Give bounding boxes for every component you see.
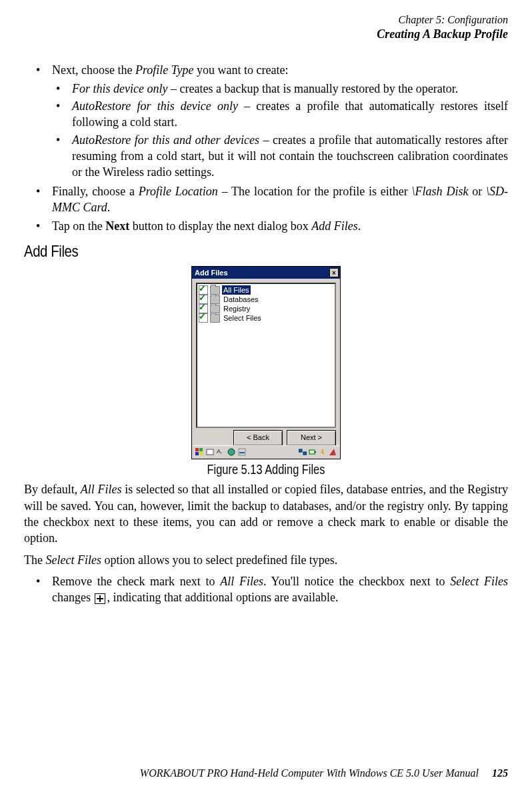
svg-rect-9 (303, 452, 307, 455)
svg-rect-7 (239, 452, 245, 453)
keyboard-icon[interactable]: A. (217, 448, 225, 456)
manual-title: WORKABOUT PRO Hand-Held Computer With Wi… (140, 767, 479, 779)
plus-icon (95, 593, 105, 604)
sub-for-this-device: For this device only – creates a backup … (52, 81, 508, 97)
svg-marker-13 (329, 449, 336, 455)
globe-icon[interactable] (227, 448, 235, 456)
bullet-profile-type: Next, choose the Profile Type you want t… (24, 62, 508, 181)
sub-autorestore-other: AutoRestore for this and other devices –… (52, 132, 508, 181)
bullet-remove-checkmark: Remove the check mark next to All Files.… (24, 573, 508, 606)
back-button[interactable]: < Back (233, 430, 283, 446)
dialog-titlebar: Add Files × (192, 267, 340, 279)
page-header: Chapter 5: Configuration Creating A Back… (24, 13, 508, 42)
figure-caption: Figure 5.13 Adding Files (67, 462, 464, 477)
paragraph-default-allfiles: By default, All Files is selected so tha… (24, 481, 508, 546)
file-type-list[interactable]: All Files Databases Registry Select File… (196, 283, 336, 428)
page-footer: WORKABOUT PRO Hand-Held Computer With Wi… (24, 767, 508, 779)
svg-rect-4 (207, 449, 213, 455)
checkbox-icon[interactable] (199, 313, 208, 323)
start-icon[interactable] (195, 448, 203, 456)
instruction-list: Next, choose the Profile Type you want t… (24, 62, 508, 235)
taskbar: A. (193, 445, 339, 458)
desktop-icon[interactable] (329, 448, 337, 456)
svg-rect-8 (299, 449, 302, 452)
explorer-icon[interactable] (206, 448, 214, 456)
svg-rect-3 (199, 452, 203, 455)
power-icon[interactable] (319, 448, 327, 456)
paragraph-select-files: The Select Files option allows you to se… (24, 552, 508, 568)
dialog-title: Add Files (195, 267, 228, 279)
svg-point-5 (228, 449, 235, 455)
close-button[interactable]: × (329, 268, 339, 277)
app-icon[interactable] (238, 448, 246, 456)
section-line: Creating A Backup Profile (24, 27, 508, 42)
svg-rect-0 (195, 448, 199, 451)
bullet-profile-location: Finally, choose a Profile Location – The… (24, 183, 508, 216)
folder-icon (210, 314, 220, 323)
svg-rect-10 (309, 450, 315, 454)
list-item-select-files[interactable]: Select Files (199, 313, 333, 323)
svg-rect-11 (315, 451, 316, 453)
sub-autorestore-this: AutoRestore for this device only – creat… (52, 98, 508, 131)
instruction-list-2: Remove the check mark next to All Files.… (24, 573, 508, 606)
heading-add-files: Add Files (24, 242, 435, 261)
bullet-tap-next: Tap on the Next button to display the ne… (24, 218, 508, 234)
svg-rect-1 (199, 448, 203, 451)
next-button[interactable]: Next > (287, 430, 336, 446)
list-item-databases[interactable]: Databases (199, 295, 333, 304)
chapter-line: Chapter 5: Configuration (24, 13, 508, 27)
add-files-dialog: Add Files × All Files Databases Regis (191, 266, 341, 459)
network-icon[interactable] (299, 448, 307, 456)
list-item-registry[interactable]: Registry (199, 304, 333, 313)
list-item-all-files[interactable]: All Files (199, 285, 333, 295)
svg-marker-12 (321, 449, 325, 455)
page-number: 125 (492, 767, 508, 779)
svg-rect-2 (195, 452, 199, 455)
battery-icon[interactable] (309, 448, 317, 456)
